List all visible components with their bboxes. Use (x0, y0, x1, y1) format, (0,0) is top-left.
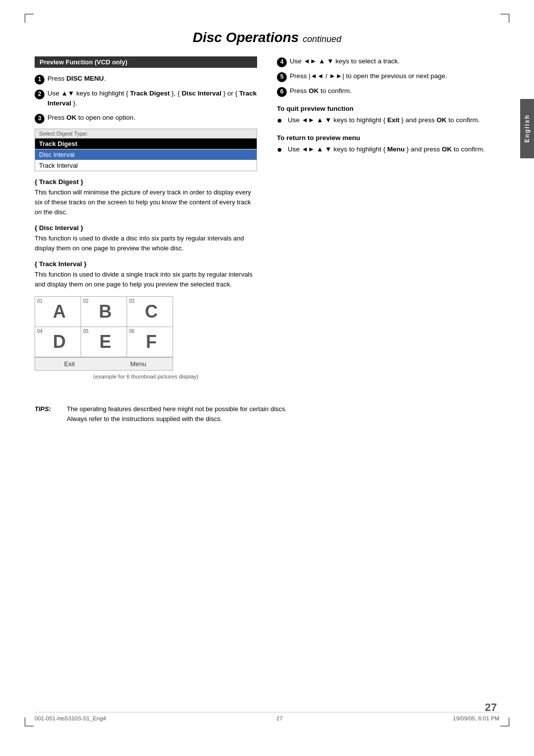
quit-step: ● Use ◄► ▲ ▼ keys to highlight { Exit } … (277, 115, 499, 126)
return-text: Use ◄► ▲ ▼ keys to highlight { Menu } an… (288, 144, 499, 155)
thumbnail-cell-b: 02 B (81, 297, 127, 327)
section-heading: Preview Function (VCD only) (35, 56, 257, 68)
footer-left: 001-051-hts5310S-51_Eng4 (35, 715, 106, 721)
thumbnail-cell-c: 03 C (127, 297, 173, 327)
disc-interval-body: This function is used to divide a disc i… (35, 234, 257, 253)
thumbnail-grid: 01 A 02 B 03 C 04 D (35, 296, 173, 371)
left-column: Preview Function (VCD only) 1 Press DISC… (35, 56, 257, 384)
step-num-5: 5 (277, 72, 287, 82)
thumbnail-footer: Exit Menu (35, 357, 173, 370)
step-num-3: 3 (35, 114, 44, 124)
track-digest-title: { Track Digest } (35, 178, 257, 186)
step-num-1: 1 (35, 75, 44, 85)
step-5: 5 Press |◄◄ / ►►| to open the previous o… (277, 71, 499, 82)
thumbnail-caption: (example for 6 thumbnail pictures displa… (35, 374, 257, 379)
thumbnail-row-1: 01 A 02 B 03 C (35, 297, 173, 327)
tips-label: TIPS: (35, 404, 62, 414)
digest-box: Select Digest Type: Track Digest Disc In… (35, 129, 257, 171)
menu-button: Menu (104, 358, 173, 370)
disc-interval-title: { Disc Interval } (35, 224, 257, 232)
tips-text: The operating features described here mi… (67, 404, 287, 424)
track-interval-title: { Track Interval } (35, 260, 257, 268)
step-text-1: Press DISC MENU. (47, 74, 257, 84)
exit-button: Exit (35, 358, 104, 370)
thumbnail-cell-d: 04 D (35, 327, 81, 357)
step-num-4: 4 (277, 57, 287, 67)
footer: 001-051-hts5310S-51_Eng4 27 19/09/05, 6:… (35, 712, 499, 721)
quit-text: Use ◄► ▲ ▼ keys to highlight { Exit } an… (288, 115, 499, 126)
step-6: 6 Press OK to confirm. (277, 86, 499, 97)
page-title-section: Disc Operations continued (35, 30, 499, 46)
right-column: 4 Use ◄► ▲ ▼ keys to select a track. 5 P… (277, 56, 499, 384)
tips-section: TIPS: The operating features described h… (35, 404, 499, 424)
step-num-2: 2 (35, 90, 44, 99)
step-1: 1 Press DISC MENU. (35, 74, 257, 85)
quit-heading: To quit preview function (277, 105, 499, 112)
digest-item-disc-interval: Disc Interval (35, 149, 257, 160)
step-text-6: Press OK to confirm. (290, 86, 499, 96)
step-num-6: 6 (277, 87, 287, 97)
digest-item-track-interval: Track Interval (35, 160, 257, 171)
track-interval-body: This function is used to divide a single… (35, 270, 257, 289)
step-3: 3 Press OK to open one option. (35, 113, 257, 124)
return-heading: To return to preview menu (277, 134, 499, 142)
return-step: ● Use ◄► ▲ ▼ keys to highlight { Menu } … (277, 144, 499, 155)
footer-center: 27 (276, 715, 283, 721)
thumbnail-row-2: 04 D 05 E 06 F (35, 327, 173, 357)
page-title: Disc Operations continued (35, 30, 499, 46)
step-2: 2 Use ▲▼ keys to highlight { Track Diges… (35, 89, 257, 109)
track-digest-body: This function will minimise the picture … (35, 188, 257, 217)
step-text-3: Press OK to open one option. (47, 113, 257, 123)
footer-right: 19/09/05, 6:01 PM (453, 715, 499, 721)
return-bullet: ● (277, 144, 286, 155)
step-text-2: Use ▲▼ keys to highlight { Track Digest … (47, 89, 257, 109)
step-text-4: Use ◄► ▲ ▼ keys to select a track. (290, 56, 499, 67)
step-text-5: Press |◄◄ / ►►| to open the previous or … (290, 71, 499, 82)
digest-item-track-digest: Track Digest (35, 139, 257, 149)
quit-bullet: ● (277, 115, 286, 126)
thumbnail-cell-f: 06 F (127, 327, 173, 357)
step-4: 4 Use ◄► ▲ ▼ keys to select a track. (277, 56, 499, 67)
main-content: Preview Function (VCD only) 1 Press DISC… (35, 56, 499, 384)
thumbnail-cell-e: 05 E (81, 327, 127, 357)
thumbnail-cell-a: 01 A (35, 297, 81, 327)
digest-box-title: Select Digest Type: (35, 129, 257, 139)
